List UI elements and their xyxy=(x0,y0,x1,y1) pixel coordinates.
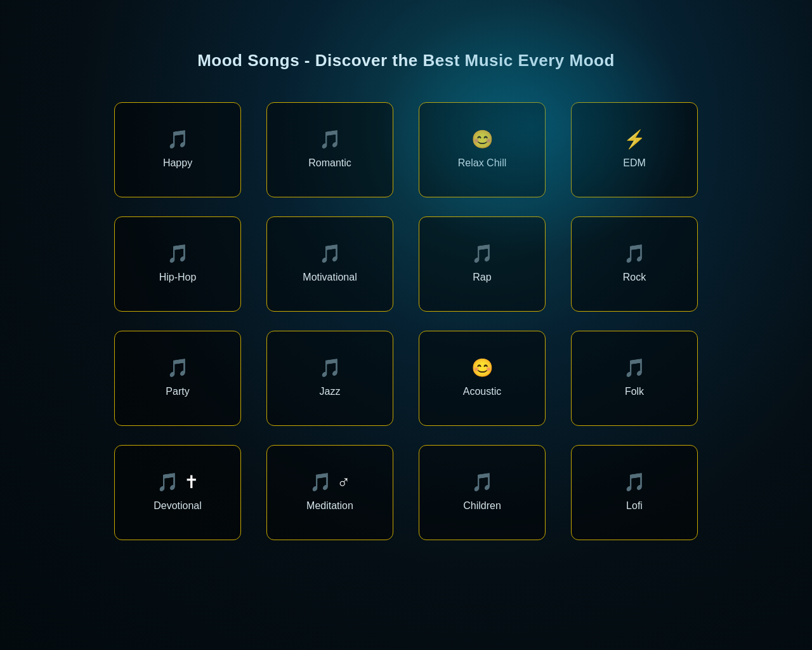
mood-card-folk[interactable]: 🎵Folk xyxy=(571,331,698,426)
devotional-label: Devotional xyxy=(154,500,202,512)
mood-card-party[interactable]: 🎵Party xyxy=(114,331,241,426)
rock-label: Rock xyxy=(623,272,646,283)
party-label: Party xyxy=(166,386,189,397)
folk-label: Folk xyxy=(625,386,644,397)
children-label: Children xyxy=(463,500,501,512)
hip-hop-label: Hip-Hop xyxy=(159,272,197,283)
mood-card-rap[interactable]: 🎵Rap xyxy=(419,216,546,312)
jazz-label: Jazz xyxy=(320,386,341,397)
romantic-label: Romantic xyxy=(308,157,351,169)
relax-chill-label: Relax Chill xyxy=(458,157,506,169)
folk-icon: 🎵 xyxy=(624,359,646,377)
acoustic-label: Acoustic xyxy=(463,386,501,397)
edm-icon: ⚡ xyxy=(624,131,646,149)
relax-chill-icon: 😊 xyxy=(471,131,494,149)
party-icon: 🎵 xyxy=(167,359,189,377)
mood-card-acoustic[interactable]: 😊Acoustic xyxy=(419,331,546,426)
meditation-label: Meditation xyxy=(306,500,353,512)
devotional-icon: 🎵 ✝ xyxy=(157,474,199,491)
happy-label: Happy xyxy=(163,157,192,169)
mood-card-hip-hop[interactable]: 🎵Hip-Hop xyxy=(114,216,241,312)
lofi-icon: 🎵 xyxy=(624,474,646,491)
meditation-icon: 🎵 ♂ xyxy=(310,474,350,491)
mood-card-jazz[interactable]: 🎵Jazz xyxy=(266,331,393,426)
jazz-icon: 🎵 xyxy=(319,359,341,377)
mood-grid: 🎵Happy🎵Romantic😊Relax Chill⚡EDM🎵Hip-Hop🎵… xyxy=(0,102,812,540)
children-icon: 🎵 xyxy=(471,474,494,491)
motivational-icon: 🎵 xyxy=(319,245,341,263)
mood-card-children[interactable]: 🎵Children xyxy=(419,445,546,540)
mood-card-edm[interactable]: ⚡EDM xyxy=(571,102,698,197)
motivational-label: Motivational xyxy=(303,272,357,283)
mood-card-relax-chill[interactable]: 😊Relax Chill xyxy=(419,102,546,197)
lofi-label: Lofi xyxy=(626,500,643,512)
rap-icon: 🎵 xyxy=(471,245,494,263)
mood-card-romantic[interactable]: 🎵Romantic xyxy=(266,102,393,197)
mood-card-devotional[interactable]: 🎵 ✝Devotional xyxy=(114,445,241,540)
hip-hop-icon: 🎵 xyxy=(167,245,189,263)
happy-icon: 🎵 xyxy=(167,131,189,149)
edm-label: EDM xyxy=(623,157,646,169)
mood-card-motivational[interactable]: 🎵Motivational xyxy=(266,216,393,312)
mood-card-rock[interactable]: 🎵Rock xyxy=(571,216,698,312)
mood-card-happy[interactable]: 🎵Happy xyxy=(114,102,241,197)
rock-icon: 🎵 xyxy=(624,245,646,263)
acoustic-icon: 😊 xyxy=(471,359,494,377)
mood-card-lofi[interactable]: 🎵Lofi xyxy=(571,445,698,540)
mood-card-meditation[interactable]: 🎵 ♂Meditation xyxy=(266,445,393,540)
romantic-icon: 🎵 xyxy=(319,131,341,149)
page-title: Mood Songs - Discover the Best Music Eve… xyxy=(0,0,812,70)
rap-label: Rap xyxy=(473,272,491,283)
